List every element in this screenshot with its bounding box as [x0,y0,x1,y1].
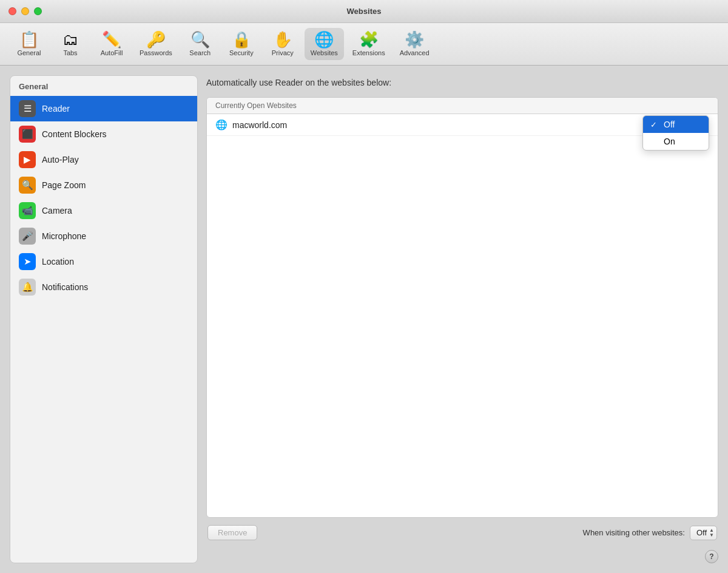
checkmark-icon: ✓ [650,120,659,129]
help-section: ? [206,548,718,563]
other-websites-value: Off [696,528,707,537]
other-websites-label: When visiting other websites: [583,528,685,537]
sidebar-item-reader[interactable]: ☰ Reader [10,96,197,121]
auto-play-label: Auto-Play [42,155,79,164]
other-websites-control: When visiting other websites: Off ▲ ▼ [583,526,717,540]
window-controls[interactable] [8,7,42,15]
extensions-label: Extensions [352,49,385,56]
bottom-bar: Remove When visiting other websites: Off… [206,525,718,540]
sidebar-item-location[interactable]: ➤ Location [10,249,197,274]
dropdown-popup: ✓ Off On [642,115,709,151]
website-row: 🌐 macworld.com [207,114,718,136]
reader-icon: ☰ [19,100,36,117]
passwords-label: Passwords [140,49,172,56]
sidebar-item-camera[interactable]: 📹 Camera [10,198,197,223]
toolbar-item-search[interactable]: 🔍 Search [181,28,220,60]
tabs-icon: 🗂 [62,32,78,47]
reader-label: Reader [42,104,70,114]
security-label: Security [229,49,254,56]
dropdown-option-off[interactable]: ✓ Off [643,116,709,133]
privacy-icon: ✋ [273,32,292,47]
location-label: Location [42,257,74,266]
page-zoom-label: Page Zoom [42,180,86,190]
sidebar-item-notifications[interactable]: 🔔 Notifications [10,274,197,300]
toolbar-item-security[interactable]: 🔒 Security [222,28,261,60]
close-button[interactable] [8,7,16,15]
remove-button[interactable]: Remove [207,525,257,540]
website-favicon: 🌐 [215,119,228,131]
sidebar: General ☰ Reader ⬛ Content Blockers ▶ Au… [10,75,198,563]
dropdown-option-label: Off [664,120,675,129]
notifications-label: Notifications [42,282,88,292]
sidebar-item-microphone[interactable]: 🎤 Microphone [10,223,197,249]
select-arrows-icon: ▲ ▼ [709,528,714,538]
autofill-label: AutoFill [101,49,123,56]
window-title: Websites [347,7,382,16]
toolbar-item-advanced[interactable]: ⚙️ Advanced [394,28,436,60]
websites-icon: 🌐 [314,32,334,47]
toolbar-item-privacy[interactable]: ✋ Privacy [263,28,302,60]
website-name: macworld.com [232,120,287,130]
camera-label: Camera [42,206,72,215]
content-blockers-label: Content Blockers [42,129,107,139]
microphone-label: Microphone [42,231,86,241]
sidebar-item-page-zoom[interactable]: 🔍 Page Zoom [10,172,197,198]
sidebar-item-auto-play[interactable]: ▶ Auto-Play [10,147,197,172]
page-zoom-icon: 🔍 [19,177,36,194]
camera-icon: 📹 [19,202,36,219]
sidebar-item-content-blockers[interactable]: ⬛ Content Blockers [10,121,197,147]
general-icon: 📋 [19,32,39,47]
security-icon: 🔒 [232,32,251,47]
toolbar-item-tabs[interactable]: 🗂 Tabs [51,28,90,60]
title-bar: Websites [0,0,728,23]
panel-description: Automatically use Reader on the websites… [206,75,718,90]
toolbar-item-websites[interactable]: 🌐 Websites [305,28,344,60]
location-icon: ➤ [19,253,36,270]
autofill-icon: ✏️ [102,32,121,47]
toolbar-item-general[interactable]: 📋 General [10,28,49,60]
toolbar-item-autofill[interactable]: ✏️ AutoFill [92,28,131,60]
auto-play-icon: ▶ [19,151,36,168]
search-icon: 🔍 [190,32,210,47]
general-label: General [17,49,41,56]
dropdown-option-on[interactable]: On [643,133,709,150]
websites-box: Currently Open Websites 🌐 macworld.com ✓… [206,97,718,518]
websites-box-header: Currently Open Websites [207,98,718,114]
passwords-icon: 🔑 [146,32,166,47]
maximize-button[interactable] [34,7,42,15]
right-panel: Automatically use Reader on the websites… [206,75,718,563]
help-button[interactable]: ? [705,550,718,563]
microphone-icon: 🎤 [19,228,36,245]
main-content: General ☰ Reader ⬛ Content Blockers ▶ Au… [0,66,728,573]
websites-label: Websites [311,49,338,56]
website-row-left: 🌐 macworld.com [215,119,287,131]
advanced-label: Advanced [400,49,430,56]
minimize-button[interactable] [21,7,29,15]
toolbar-item-extensions[interactable]: 🧩 Extensions [346,28,391,60]
other-websites-select[interactable]: Off ▲ ▼ [690,526,717,540]
websites-list: 🌐 macworld.com ✓ Off On [207,114,718,517]
search-label: Search [189,49,211,56]
toolbar: 📋 General 🗂 Tabs ✏️ AutoFill 🔑 Passwords… [0,23,728,66]
advanced-icon: ⚙️ [405,32,424,47]
sidebar-section-title: General [10,76,197,96]
dropdown-option-label: On [664,137,675,146]
tabs-label: Tabs [63,49,77,56]
toolbar-item-passwords[interactable]: 🔑 Passwords [133,28,178,60]
extensions-icon: 🧩 [359,32,379,47]
privacy-label: Privacy [272,49,294,56]
content-blockers-icon: ⬛ [19,126,36,143]
notifications-icon: 🔔 [19,279,36,296]
